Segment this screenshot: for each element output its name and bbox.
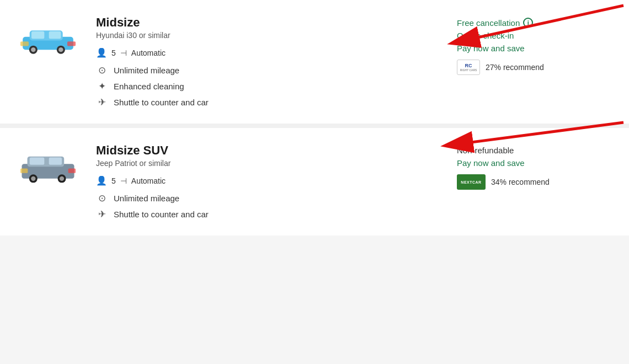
svg-point-7: [58, 47, 63, 52]
plane-icon-suv: ✈: [96, 208, 108, 220]
car-illustration-suv: [20, 148, 76, 186]
feature-list-suv: ⊙ Unlimited mileage ✈ Shuttle to counter…: [96, 192, 439, 220]
svg-point-17: [31, 176, 35, 181]
feature-label-suv-shuttle: Shuttle to counter and car: [114, 210, 209, 219]
cancellation-badge-midsize[interactable]: Free cancellation i: [457, 18, 611, 28]
feature-unlimited-mileage: ⊙ Unlimited mileage: [96, 65, 439, 76]
feature-unlimited-mileage-suv: ⊙ Unlimited mileage: [96, 192, 439, 204]
car-card-midsize: Midsize Hyundai i30 or similar 👤 5 ⊣ Aut…: [0, 0, 629, 124]
non-refundable-text: Non-refundable: [457, 146, 514, 155]
car-image-midsize: [18, 15, 78, 58]
svg-rect-3: [49, 31, 61, 39]
online-checkin: Online check-in: [457, 31, 611, 40]
free-cancellation-text: Free cancellation: [457, 18, 520, 28]
svg-rect-21: [68, 169, 76, 173]
transmission-label: Automatic: [131, 49, 166, 57]
svg-rect-15: [49, 158, 62, 165]
feature-label: Unlimited mileage: [114, 66, 179, 75]
nextcar-brand-badge: NEXTCAR: [457, 174, 486, 190]
car-illustration-midsize: [20, 20, 76, 58]
car-info-suv: Midsize SUV Jeep Patriot or similar 👤 5 …: [96, 143, 439, 220]
svg-rect-20: [20, 169, 28, 173]
svg-rect-9: [67, 41, 76, 46]
svg-line-23: [446, 122, 623, 146]
car-info-midsize: Midsize Hyundai i30 or similar 👤 5 ⊣ Aut…: [96, 15, 439, 108]
feature-label: Enhanced cleaning: [114, 82, 184, 91]
right-panel-midsize: Free cancellation i Online check-in Pay …: [457, 15, 611, 75]
pay-save-midsize: Pay now and save: [457, 44, 611, 53]
feature-enhanced-cleaning: ✦ Enhanced cleaning: [96, 81, 439, 92]
plane-icon: ✈: [96, 97, 108, 108]
car-image-suv: [18, 143, 78, 186]
sparkle-icon: ✦: [96, 81, 108, 92]
cancellation-badge-suv: Non-refundable: [457, 146, 611, 155]
spec-divider: ⊣: [120, 49, 127, 57]
car-specs-midsize: 👤 5 ⊣ Automatic: [96, 47, 439, 58]
svg-point-5: [31, 47, 35, 52]
passengers-count-suv: 5: [111, 176, 116, 185]
feature-shuttle: ✈ Shuttle to counter and car: [96, 97, 439, 108]
passengers-count: 5: [111, 49, 116, 57]
recommend-pct-suv: 34% recommend: [491, 178, 550, 186]
recommend-pct-midsize: 27% recommend: [486, 63, 544, 72]
transmission-label-suv: Automatic: [131, 176, 166, 185]
svg-rect-14: [30, 158, 45, 165]
svg-rect-2: [31, 31, 44, 39]
rc-logo-subtext: RIGHT CARS: [460, 68, 477, 72]
car-subtitle-suv: Jeep Patriot or similar: [96, 159, 439, 168]
nextcar-logo-text: NEXTCAR: [461, 180, 481, 184]
speedometer-icon: ⊙: [96, 65, 108, 76]
feature-label-suv: Unlimited mileage: [114, 194, 179, 203]
recommend-row-midsize: RC RIGHT CARS 27% recommend: [457, 60, 611, 75]
car-card-midsize-suv: Midsize SUV Jeep Patriot or similar 👤 5 …: [0, 124, 629, 235]
svg-rect-8: [20, 41, 29, 46]
recommend-row-suv: NEXTCAR 34% recommend: [457, 174, 611, 190]
feature-label: Shuttle to counter and car: [114, 98, 209, 107]
pay-save-suv: Pay now and save: [457, 158, 611, 168]
right-panel-suv: Non-refundable Pay now and save NEXTCAR …: [457, 143, 611, 190]
rc-logo-text: RC: [460, 63, 477, 68]
svg-point-19: [60, 176, 64, 181]
speedometer-icon-suv: ⊙: [96, 192, 108, 204]
car-subtitle-midsize: Hyundai i30 or similar: [96, 31, 439, 40]
feature-list-midsize: ⊙ Unlimited mileage ✦ Enhanced cleaning …: [96, 65, 439, 108]
passengers-icon-suv: 👤: [96, 175, 107, 186]
spec-divider-suv: ⊣: [120, 176, 127, 185]
info-icon[interactable]: i: [523, 18, 533, 28]
car-title-suv: Midsize SUV: [96, 143, 439, 158]
passengers-icon: 👤: [96, 47, 107, 58]
feature-shuttle-suv: ✈ Shuttle to counter and car: [96, 208, 439, 220]
car-specs-suv: 👤 5 ⊣ Automatic: [96, 175, 439, 186]
rc-brand-badge: RC RIGHT CARS: [457, 60, 480, 75]
car-title-midsize: Midsize: [96, 15, 439, 30]
